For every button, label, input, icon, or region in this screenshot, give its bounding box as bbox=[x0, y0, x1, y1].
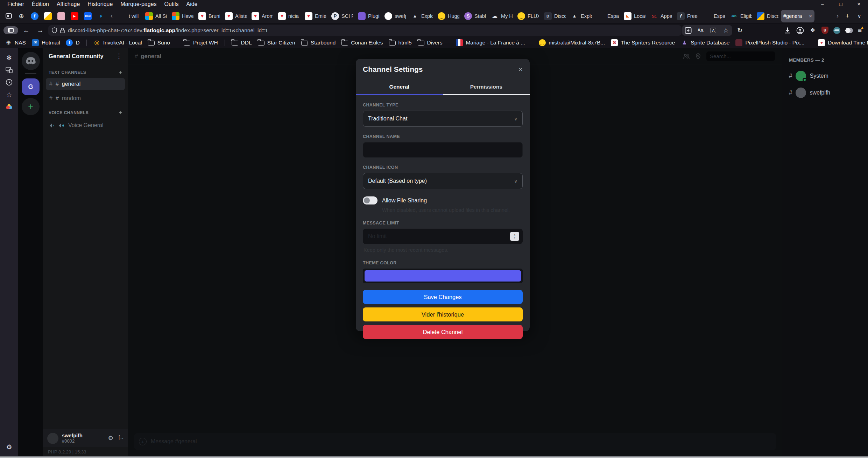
bookmark-item[interactable] bbox=[176, 40, 178, 46]
bookmark-item[interactable] bbox=[448, 40, 450, 46]
members-toggle-icon[interactable] bbox=[683, 54, 690, 59]
add-server-button[interactable]: + bbox=[22, 98, 40, 115]
app-menu-button[interactable]: ≡▲ bbox=[858, 27, 862, 34]
menu-item[interactable]: Affichage bbox=[53, 0, 84, 8]
ublock-icon[interactable]: U bbox=[821, 27, 828, 34]
bookmark-item[interactable]: Star Citizen bbox=[258, 40, 295, 46]
browser-tab[interactable]: SL Appar bbox=[648, 10, 675, 22]
modal-tab[interactable]: General bbox=[356, 79, 443, 95]
shield-icon[interactable] bbox=[52, 27, 57, 33]
add-voice-channel-icon[interactable]: + bbox=[119, 110, 122, 116]
pin-icon[interactable] bbox=[696, 53, 701, 60]
new-tab-button[interactable]: + bbox=[841, 12, 853, 20]
forward-button[interactable]: → bbox=[34, 26, 46, 35]
browser-tab[interactable]: ♥ Aromy bbox=[249, 10, 276, 22]
channel-icon-select[interactable]: Default (Based on type) ∨ bbox=[363, 173, 523, 189]
message-composer[interactable]: + bbox=[134, 433, 776, 450]
bookmark-item[interactable]: ⊕ NAS bbox=[5, 39, 26, 46]
tab-scroll-right-icon[interactable]: › bbox=[834, 12, 841, 20]
pinned-tab[interactable]: ◗ bbox=[94, 10, 108, 22]
add-text-channel-icon[interactable]: + bbox=[119, 69, 122, 76]
browser-tab[interactable]: S Stable bbox=[462, 10, 488, 22]
bookmark-item[interactable]: Mariage - La France à ... bbox=[456, 39, 525, 46]
menu-item[interactable]: Édition bbox=[28, 0, 53, 8]
browser-tab[interactable]: Discor bbox=[754, 10, 781, 22]
logout-icon[interactable]: [→ bbox=[119, 435, 124, 442]
mask-extension-icon[interactable] bbox=[833, 27, 840, 34]
bookmark-item[interactable] bbox=[224, 40, 226, 46]
tab-list-dropdown-icon[interactable]: ∨ bbox=[853, 13, 865, 19]
history-icon[interactable] bbox=[0, 77, 18, 88]
server-menu-icon[interactable]: ⋮ bbox=[116, 52, 122, 60]
file-sharing-toggle[interactable] bbox=[363, 196, 377, 204]
circles-extension-icon[interactable] bbox=[845, 27, 853, 34]
delete-channel-button[interactable]: Delete Channel bbox=[363, 325, 523, 339]
member-row[interactable]: # System bbox=[782, 68, 868, 84]
sidebar-toggle-button[interactable] bbox=[3, 26, 18, 34]
bookmark-item[interactable]: f D bbox=[66, 39, 79, 46]
bookmark-item[interactable]: ♥ Download Time Mana... bbox=[818, 39, 868, 46]
pinned-tab[interactable]: ▶ bbox=[68, 10, 81, 22]
synced-tabs-icon[interactable] bbox=[0, 65, 18, 75]
bookmark-item[interactable] bbox=[810, 40, 812, 46]
browser-tab[interactable]: ♥ Bruni2 bbox=[196, 10, 223, 22]
browser-tab[interactable]: ♥ EmieO bbox=[302, 10, 329, 22]
channel-name-input[interactable] bbox=[363, 142, 523, 158]
save-page-icon[interactable] bbox=[684, 27, 692, 34]
minimize-button[interactable]: − bbox=[813, 0, 832, 8]
browser-tab[interactable]: ‿ Huggi bbox=[435, 10, 462, 22]
account-icon[interactable] bbox=[796, 27, 804, 34]
bookmark-item[interactable]: Divers bbox=[418, 40, 443, 46]
message-input[interactable] bbox=[151, 438, 771, 445]
attach-plus-icon[interactable]: + bbox=[139, 438, 147, 445]
browser-tab[interactable]: f Free : bbox=[675, 10, 701, 22]
modal-close-icon[interactable]: × bbox=[518, 65, 523, 74]
reload-button[interactable]: ↻ bbox=[734, 26, 746, 35]
bookmark-item[interactable]: Conan Exiles bbox=[341, 40, 383, 46]
browser-tab[interactable]: adn Eligibi bbox=[728, 10, 754, 22]
browser-tab[interactable]: D Discor bbox=[542, 10, 568, 22]
browser-tab[interactable]: ♥ nicia bbox=[276, 10, 302, 22]
server-header[interactable]: General Community ⋮ bbox=[43, 48, 128, 64]
browser-tab[interactable]: ‿ FLUX.2 bbox=[515, 10, 542, 22]
url-text[interactable]: discord-like-php-chat-7262.dev.flatlogic… bbox=[68, 27, 678, 34]
menu-item[interactable]: Historique bbox=[84, 0, 117, 8]
browser-tab[interactable]: ♥ Alister bbox=[223, 10, 249, 22]
bookmark-item[interactable]: ‿ mistralai/Mixtral-8x7B... bbox=[539, 39, 605, 46]
bookmark-item[interactable]: html5 bbox=[389, 40, 412, 46]
bookmark-item[interactable]: Projet WH bbox=[184, 40, 218, 46]
member-row[interactable]: # swefpifh bbox=[782, 84, 868, 101]
downloads-icon[interactable] bbox=[784, 27, 791, 34]
lock-icon[interactable] bbox=[60, 28, 65, 33]
reader-translate-icon[interactable]: A bbox=[710, 27, 717, 34]
bookmark-item[interactable] bbox=[531, 40, 533, 46]
bookmark-item[interactable]: ♟ Sprite Database bbox=[681, 39, 729, 46]
discord-home-button[interactable] bbox=[22, 52, 40, 70]
maximize-button[interactable]: □ bbox=[832, 0, 850, 8]
browser-tab[interactable]: ◣ Locati bbox=[621, 10, 648, 22]
tab-scroll-left-icon[interactable]: ‹ bbox=[108, 12, 115, 20]
search-input[interactable] bbox=[706, 51, 775, 61]
browser-tab[interactable]: Plugin bbox=[355, 10, 382, 22]
menu-item[interactable]: Fichier bbox=[3, 0, 28, 8]
bookmark-star-icon[interactable]: ☆ bbox=[722, 27, 730, 34]
theme-color-picker[interactable] bbox=[363, 269, 523, 283]
firefox-view-button[interactable] bbox=[3, 10, 15, 22]
pinned-tab[interactable] bbox=[41, 10, 55, 22]
bookmark-item[interactable]: Suno bbox=[148, 40, 170, 46]
bookmark-item[interactable]: DDL bbox=[232, 40, 252, 46]
extensions-icon[interactable]: ❖ bbox=[809, 27, 817, 34]
bookmark-item[interactable]: S The Spriters Resource bbox=[611, 39, 675, 46]
channel-row[interactable]: # # general bbox=[46, 78, 125, 90]
server-button-general-community[interactable]: G bbox=[22, 78, 40, 95]
clear-history-button[interactable]: Vider l'historique bbox=[363, 307, 523, 321]
bookmark-item[interactable] bbox=[86, 40, 87, 46]
menu-item[interactable]: Outils bbox=[161, 0, 183, 8]
browser-tab[interactable]: Espace clie bbox=[595, 10, 621, 22]
voice-channel-row[interactable]: Voice General bbox=[46, 119, 125, 131]
browser-tab[interactable]: ☁ My Ha bbox=[488, 10, 515, 22]
message-limit-input[interactable] bbox=[363, 229, 523, 244]
bookmark-item[interactable]: ✉ Hotmail bbox=[32, 39, 60, 46]
url-bar[interactable]: discord-like-php-chat-7262.dev.flatlogic… bbox=[48, 25, 682, 36]
browser-tab[interactable]: swefpi bbox=[382, 10, 409, 22]
